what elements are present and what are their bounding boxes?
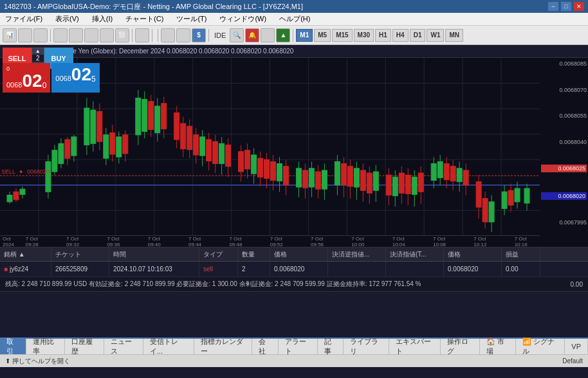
x-label-944: 7 Oct 09:44 — [188, 236, 211, 248]
tab-[interactable]: 受信トレイ... — [143, 339, 194, 354]
timeframe-MN[interactable]: MN — [445, 29, 463, 42]
tab-[interactable]: アラート — [279, 339, 318, 354]
svg-rect-136 — [444, 164, 449, 180]
shapes-icon[interactable]: ⬜ — [115, 28, 129, 42]
curve-icon[interactable]: ⌒ — [84, 28, 98, 42]
tab-[interactable]: 操作ログ — [441, 339, 480, 354]
col-stop: 決済逆指値... — [328, 248, 386, 261]
y-label-7: 0.0067995 — [541, 219, 587, 226]
timeframe-M15[interactable]: M15 — [332, 29, 352, 42]
svg-rect-38 — [84, 108, 89, 145]
hline-icon[interactable]: ─ — [69, 28, 83, 42]
svg-rect-46 — [110, 133, 115, 154]
maximize-button[interactable]: □ — [561, 2, 571, 11]
sep4 — [158, 29, 158, 42]
summary-pnl: 0.00 — [571, 281, 583, 288]
y-label-2: 0.0068070 — [541, 87, 587, 93]
tab-[interactable]: 口座履歴 — [65, 339, 104, 354]
close-button[interactable]: ✕ — [574, 2, 584, 11]
tab-[interactable]: ライブラリ — [344, 339, 389, 354]
dollar-icon[interactable]: $ — [192, 28, 206, 42]
chart-type-icon[interactable]: ▼ — [161, 28, 175, 42]
svg-rect-52 — [136, 98, 141, 134]
tab-vp[interactable]: VP — [565, 339, 588, 354]
tab-[interactable]: 会社 — [252, 339, 279, 354]
menu-item-c[interactable]: チャート(C) — [123, 13, 166, 25]
qty-up-button[interactable]: ▲ — [32, 48, 44, 55]
timeframe-D1[interactable]: D1 — [410, 29, 426, 42]
svg-rect-70 — [200, 137, 205, 156]
svg-rect-94 — [283, 166, 288, 185]
tab-[interactable]: 記事 — [318, 339, 344, 354]
svg-rect-92 — [277, 164, 282, 181]
fib-icon[interactable]: 𝄜 — [135, 28, 149, 42]
timeframe-M1[interactable]: M1 — [296, 29, 313, 42]
svg-rect-100 — [309, 168, 314, 187]
tab-[interactable]: エキスパート — [389, 339, 441, 354]
svg-rect-24 — [14, 192, 19, 199]
sell-price-sup: 0 — [42, 81, 47, 90]
quantity-display: 2 — [32, 55, 44, 62]
menu-item-t[interactable]: ツール(T) — [174, 13, 209, 25]
svg-rect-146 — [482, 199, 488, 222]
text-icon[interactable]: T — [100, 28, 114, 42]
new-chart-icon[interactable]: 📊 — [3, 28, 17, 42]
indicators-icon[interactable]: ≈ — [176, 28, 190, 42]
svg-rect-104 — [322, 170, 327, 189]
svg-rect-120 — [386, 175, 391, 195]
sep3 — [152, 29, 152, 42]
settings-icon[interactable]: ⚙ — [261, 28, 275, 42]
title-text: 1482703 - AMPGlobalUSA-Demo: デモ口座 - Nett… — [4, 2, 303, 12]
col-limit: 決済指値(T... — [386, 248, 444, 261]
timeframe-H4[interactable]: H4 — [392, 29, 409, 42]
minimize-button[interactable]: − — [548, 2, 558, 11]
window-controls: − □ ✕ — [548, 2, 584, 11]
svg-rect-116 — [367, 173, 372, 193]
cell-type: sell — [199, 262, 238, 276]
svg-rect-72 — [207, 140, 212, 161]
svg-rect-106 — [335, 161, 340, 184]
menu-item-v[interactable]: 表示(V) — [53, 13, 82, 25]
menu-item-f[interactable]: ファイル(F) — [3, 13, 45, 25]
timeframe-M30[interactable]: M30 — [354, 29, 374, 42]
tab-[interactable]: 運用比率 — [26, 339, 66, 354]
svg-rect-48 — [116, 137, 122, 157]
svg-text:●: ● — [19, 168, 23, 175]
tab-[interactable]: ニュース — [104, 339, 143, 354]
tab-[interactable]: 🏠 市場 — [480, 339, 516, 354]
svg-rect-112 — [354, 168, 359, 187]
x-label-1016: 7 Oct 10:16 — [515, 236, 537, 248]
x-label-952: 7 Oct 09:52 — [270, 236, 293, 248]
svg-rect-144 — [476, 182, 481, 208]
cell-ticket: 266525809 — [51, 262, 109, 276]
svg-rect-88 — [264, 159, 270, 178]
x-label-1000: 7 Oct 10:00 — [351, 236, 374, 248]
line-icon[interactable]: ╱ — [53, 28, 68, 42]
buy-price-big: 02 — [71, 66, 91, 84]
svg-rect-76 — [219, 143, 225, 163]
search-icon[interactable]: 🔍 — [230, 28, 244, 42]
crosshair-icon[interactable]: ✛ — [33, 28, 48, 42]
timeframe-M5[interactable]: M5 — [314, 29, 331, 42]
menu-item-w[interactable]: ウィンドウ(W) — [217, 13, 269, 25]
x-label-932: 7 Oct 09:32 — [66, 236, 89, 248]
tab-[interactable]: 指標カレンダー — [194, 339, 252, 354]
cell-limit — [386, 262, 444, 276]
col-time: 時間 — [109, 248, 199, 261]
timeframe-W1[interactable]: W1 — [427, 29, 444, 42]
status-right: Default — [562, 357, 583, 364]
timeframe-H1[interactable]: H1 — [375, 29, 391, 42]
chart-container: ■ JY6Z24, M1: Japanese Yen (Globex): Dec… — [0, 45, 588, 248]
x-label-948: 7 Oct 09:48 — [229, 236, 252, 248]
tab-[interactable]: 📶 シグナル — [516, 339, 565, 354]
menu-item-i[interactable]: 挿入(I) — [89, 13, 115, 25]
svg-rect-152 — [508, 190, 513, 205]
cursor-icon[interactable]: ↖ — [18, 28, 32, 42]
notification-icon[interactable]: 🔔 — [245, 28, 259, 42]
menu-item-h[interactable]: ヘルプ(H) — [277, 13, 313, 25]
signal-icon[interactable]: ▲ — [276, 28, 290, 42]
symbol-text: jy6z24 — [10, 266, 28, 273]
svg-rect-58 — [155, 106, 160, 133]
col-ticket: チケット — [51, 248, 109, 261]
tab-[interactable]: 取引 — [0, 339, 26, 354]
